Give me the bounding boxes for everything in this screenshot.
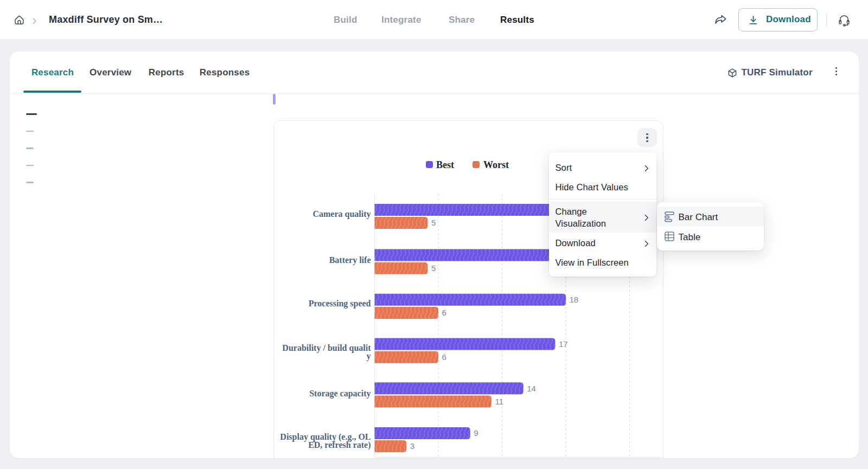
svg-text:Processing speed: Processing speed xyxy=(308,299,371,309)
svg-text:Battery life: Battery life xyxy=(329,255,371,265)
svg-text:5: 5 xyxy=(431,264,435,273)
svg-text:11: 11 xyxy=(495,396,503,406)
svg-text:17: 17 xyxy=(558,339,567,348)
svg-text:3: 3 xyxy=(410,441,414,451)
svg-text:Camera quality: Camera quality xyxy=(312,209,371,219)
svg-text:6: 6 xyxy=(442,308,446,317)
svg-text:y: y xyxy=(366,351,371,361)
svg-text:14: 14 xyxy=(527,383,536,393)
svg-text:9: 9 xyxy=(474,428,478,438)
svg-text:5: 5 xyxy=(431,218,435,227)
svg-text:ED, refresh rate): ED, refresh rate) xyxy=(308,440,371,450)
svg-text:Storage capacity: Storage capacity xyxy=(309,389,371,399)
svg-text:Durability / build qualit: Durability / build qualit xyxy=(282,343,371,352)
svg-text:6: 6 xyxy=(442,352,446,361)
svg-text:18: 18 xyxy=(569,294,578,304)
